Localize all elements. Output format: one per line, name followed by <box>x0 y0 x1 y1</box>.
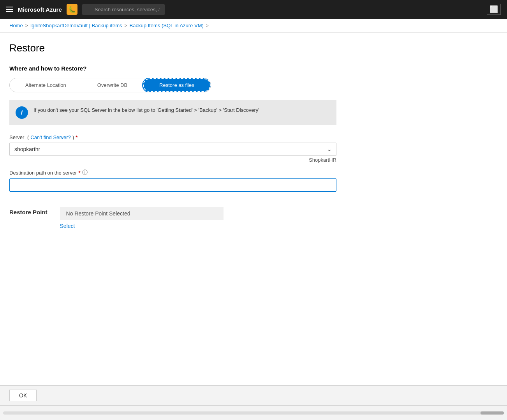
tab-row: Alternate Location Overwrite DB Restore … <box>9 78 211 92</box>
breadcrumb: Home > IgniteShopkartDemoVault | Backup … <box>0 19 507 33</box>
cant-find-server-link[interactable]: Can't find Server? <box>30 134 71 140</box>
destination-info-icon[interactable]: ⓘ <box>82 169 88 176</box>
breadcrumb-sep-1: > <box>25 23 28 28</box>
scrollbar-thumb[interactable] <box>481 411 504 415</box>
app-title: Microsoft Azure <box>18 6 62 13</box>
scrollbar-container <box>0 405 507 420</box>
server-hint: ShopkartHR <box>9 157 336 163</box>
destination-label: Destination path on the server * ⓘ <box>9 169 336 176</box>
breadcrumb-home[interactable]: Home <box>9 23 23 28</box>
breadcrumb-backup-items[interactable]: Backup Items (SQL in Azure VM) <box>130 23 204 28</box>
terminal-icon[interactable]: ⬜ <box>487 4 501 15</box>
breadcrumb-sep-3: > <box>206 23 209 28</box>
restore-point-label: Restore Point <box>9 207 48 215</box>
destination-form-group: Destination path on the server * ⓘ <box>9 169 336 192</box>
tab-overwrite-db[interactable]: Overwrite DB <box>82 78 143 92</box>
server-required: * <box>76 134 77 140</box>
breadcrumb-sep-2: > <box>125 23 127 28</box>
restore-point-display: No Restore Point Selected <box>60 207 224 220</box>
server-select-wrapper: shopkarthr ⌄ <box>9 143 336 156</box>
page-content: Restore Where and how to Restore? Altern… <box>0 33 507 238</box>
restore-point-content: No Restore Point Selected Select <box>60 207 224 229</box>
restore-point-select-link[interactable]: Select <box>60 223 224 229</box>
hamburger-menu[interactable] <box>6 7 13 12</box>
destination-input[interactable] <box>9 178 336 192</box>
info-text: If you don't see your SQL Server in the … <box>33 106 259 114</box>
bug-icon[interactable]: 🐛 <box>67 4 77 15</box>
destination-required: * <box>78 170 80 176</box>
tab-restore-as-files[interactable]: Restore as files <box>143 78 211 92</box>
section-heading: Where and how to Restore? <box>9 65 498 72</box>
breadcrumb-vault[interactable]: IgniteShopkartDemoVault | Backup items <box>30 23 122 28</box>
server-label: Server ( Can't find Server? ) * <box>9 134 336 140</box>
topbar: Microsoft Azure 🐛 🔍 ⬜ <box>0 0 507 19</box>
server-select[interactable]: shopkarthr <box>9 143 336 156</box>
search-wrapper: 🔍 <box>82 4 324 15</box>
destination-label-text: Destination path on the server <box>9 170 77 176</box>
tab-alternate-location[interactable]: Alternate Location <box>10 78 82 92</box>
server-form-group: Server ( Can't find Server? ) * shopkart… <box>9 134 336 163</box>
ok-button[interactable]: OK <box>9 390 37 401</box>
server-label-text: Server <box>9 134 24 140</box>
page-title: Restore <box>9 42 498 54</box>
info-box: i If you don't see your SQL Server in th… <box>9 100 336 125</box>
search-input[interactable] <box>82 4 165 15</box>
info-icon: i <box>16 106 28 119</box>
restore-point-section: Restore Point No Restore Point Selected … <box>9 207 498 229</box>
bottom-bar: OK <box>0 385 507 405</box>
scrollbar-track[interactable] <box>3 411 504 415</box>
